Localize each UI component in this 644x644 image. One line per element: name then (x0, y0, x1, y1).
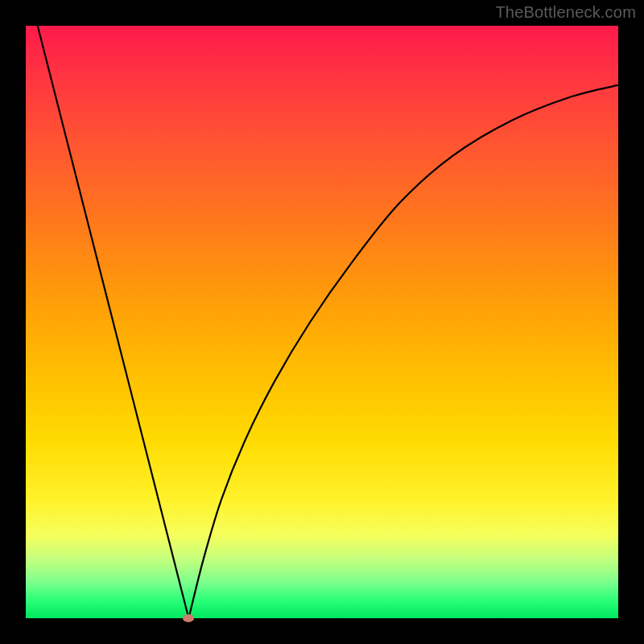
curve-layer (26, 26, 618, 618)
right-branch-line (188, 85, 618, 618)
chart-frame: TheBottleneck.com (0, 0, 644, 644)
minimum-marker (183, 614, 194, 622)
watermark-text: TheBottleneck.com (495, 3, 636, 22)
left-branch-line (38, 26, 189, 618)
